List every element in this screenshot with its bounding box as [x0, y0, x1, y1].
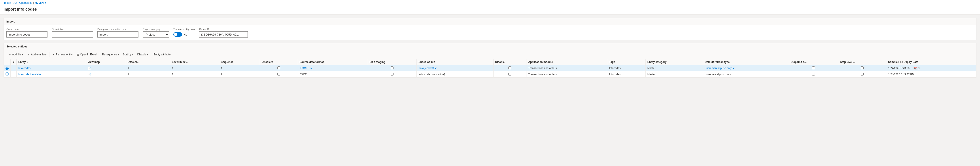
group-name-input[interactable] — [6, 31, 48, 38]
info-icon[interactable]: ⊙ — [918, 67, 920, 70]
default-refresh-type-cell[interactable]: Incremental push only — [703, 71, 789, 78]
sort-by-button[interactable]: Sort by ▾ — [121, 51, 135, 57]
default-refresh-type-select[interactable]: Incremental push only — [705, 67, 735, 70]
stop-unit-checkbox[interactable] — [812, 73, 815, 75]
tags-cell: Infocodes — [607, 71, 646, 78]
open-in-excel-button[interactable]: ⊞ Open in Excel — [75, 51, 98, 57]
obsolete-cell[interactable] — [260, 65, 298, 71]
view-map-cell[interactable]: 📄 — [86, 65, 126, 71]
default-refresh-type-cell[interactable]: Incremental push only — [703, 65, 789, 71]
project-category-label: Project category — [143, 28, 169, 30]
remove-entity-label: Remove entity — [56, 53, 73, 56]
breadcrumb: Import | AX : Operations | My view ▾ — [3, 1, 977, 5]
col-tags: Tags — [607, 59, 646, 65]
radio-button[interactable] — [6, 72, 9, 75]
radio-button[interactable] — [6, 67, 9, 70]
entity-link[interactable]: Info codes — [18, 67, 30, 70]
stop-unit-cell[interactable] — [789, 71, 838, 78]
col-entity[interactable]: Entity ↑ — [17, 59, 86, 65]
obsolete-cell[interactable] — [260, 71, 298, 78]
sample-file-expiry-cell: 1/24/2025 5:43:47 PM — [886, 71, 976, 78]
group-id-input[interactable] — [199, 31, 248, 38]
sheet-lookup-select[interactable]: Info_codes$ — [418, 67, 438, 70]
remove-entity-button[interactable]: ✕ Remove entity — [50, 51, 75, 57]
disable-button[interactable]: Disable ▾ — [135, 51, 150, 57]
data-project-op-type-field: Data project operation type — [97, 28, 138, 38]
level-cell: 1 — [170, 65, 219, 71]
tags-cell: Infocodes — [607, 65, 646, 71]
breadcrumb-my-view[interactable]: My view ▾ — [35, 1, 46, 5]
disable-cell[interactable] — [493, 65, 527, 71]
col-obsolete: Obsolete — [260, 59, 298, 65]
breadcrumb-sep2: | — [33, 1, 34, 5]
skip-staging-cell[interactable] — [368, 71, 417, 78]
add-icon: ＋ — [8, 53, 11, 56]
disable-checkbox[interactable] — [508, 73, 511, 75]
entity-sort-icon: ↑ — [27, 61, 28, 63]
resequence-button[interactable]: Resequence ▾ — [100, 51, 121, 57]
skip-staging-checkbox[interactable] — [391, 67, 393, 69]
obsolete-checkbox[interactable] — [277, 67, 280, 69]
stop-level-checkbox[interactable] — [861, 67, 864, 69]
sheet-lookup-cell[interactable]: Info_code_translation$ — [417, 71, 493, 78]
entity-category-cell: Master — [646, 65, 703, 71]
remove-entity-icon: ✕ — [52, 53, 55, 56]
file-icon[interactable]: 📄 — [88, 73, 91, 76]
radio-cell[interactable] — [4, 71, 11, 78]
sort-by-chevron-icon: ▾ — [132, 53, 134, 56]
entity-cell[interactable]: Info codes — [17, 65, 86, 71]
source-data-format-select[interactable]: EXCEL — [300, 67, 313, 70]
project-category-field: Project category Project Finance Operati… — [143, 28, 169, 38]
add-template-button[interactable]: ＋ Add template — [25, 51, 48, 57]
selected-entities-header: Selected entities — [4, 43, 976, 50]
add-file-chevron-icon: ▾ — [22, 53, 23, 56]
entity-attribute-button[interactable]: Entity attribute — [152, 51, 172, 57]
view-map-cell[interactable]: 📄 — [86, 71, 126, 78]
table-row[interactable]: Info code translation📄112EXCELInfo_code_… — [4, 71, 976, 78]
stop-level-checkbox[interactable] — [861, 73, 864, 75]
col-refresh: ↻ — [11, 59, 17, 65]
disable-checkbox[interactable] — [508, 67, 511, 69]
sheet-lookup-cell[interactable]: Info_codes$ — [417, 65, 493, 71]
row-icon-cell — [11, 65, 17, 71]
file-icon[interactable]: 📄 — [88, 67, 91, 70]
source-data-format-cell[interactable]: EXCEL — [298, 71, 368, 78]
description-label: Description — [52, 28, 93, 30]
sort-by-label: Sort by — [123, 53, 131, 56]
entities-table-container: ↻ Entity ↑ View map Executi... ↑ Level i… — [4, 59, 976, 78]
disable-cell[interactable] — [493, 71, 527, 78]
selected-entities-section: Selected entities ＋ Add file ▾ ＋ Add tem… — [3, 43, 977, 78]
entity-cell[interactable]: Info code translation — [17, 71, 86, 78]
breadcrumb-import[interactable]: Import — [3, 1, 11, 5]
radio-cell[interactable] — [4, 65, 11, 71]
calendar-icon[interactable]: 📅 — [913, 67, 917, 70]
obsolete-checkbox[interactable] — [277, 73, 280, 75]
stop-level-cell[interactable] — [838, 71, 886, 78]
open-in-excel-label: Open in Excel — [80, 53, 97, 56]
source-data-format-cell[interactable]: EXCEL — [298, 65, 368, 71]
col-execution: Executi... ↑ — [126, 59, 170, 65]
refresh-icon[interactable]: ↻ — [13, 61, 14, 64]
col-disable: Disable — [493, 59, 527, 65]
stop-level-cell[interactable] — [838, 65, 886, 71]
table-row[interactable]: Info codes📄111EXCELInfo_codes$Transactio… — [4, 65, 976, 71]
data-project-op-type-input[interactable] — [97, 31, 138, 38]
entity-link[interactable]: Info code translation — [18, 73, 42, 76]
group-name-field: Group name — [6, 28, 48, 38]
skip-staging-checkbox[interactable] — [391, 73, 393, 75]
skip-staging-cell[interactable] — [368, 65, 417, 71]
stop-unit-checkbox[interactable] — [812, 67, 815, 69]
truncate-entity-data-label: Truncate entity data — [173, 28, 195, 30]
col-sequence: Sequence — [219, 59, 260, 65]
breadcrumb-nav[interactable]: AX : Operations — [13, 1, 32, 5]
description-input[interactable] — [52, 31, 93, 38]
row-icon-cell — [11, 71, 17, 78]
col-application-module: Application module — [527, 59, 607, 65]
stop-unit-cell[interactable] — [789, 65, 838, 71]
breadcrumb-sep1: | — [12, 1, 13, 5]
add-file-button[interactable]: ＋ Add file ▾ — [6, 51, 25, 57]
truncate-entity-data-toggle[interactable] — [173, 32, 182, 37]
col-skip-staging: Skip staging — [368, 59, 417, 65]
project-category-select[interactable]: Project Finance Operations — [143, 31, 169, 38]
toggle-knob — [174, 33, 177, 36]
